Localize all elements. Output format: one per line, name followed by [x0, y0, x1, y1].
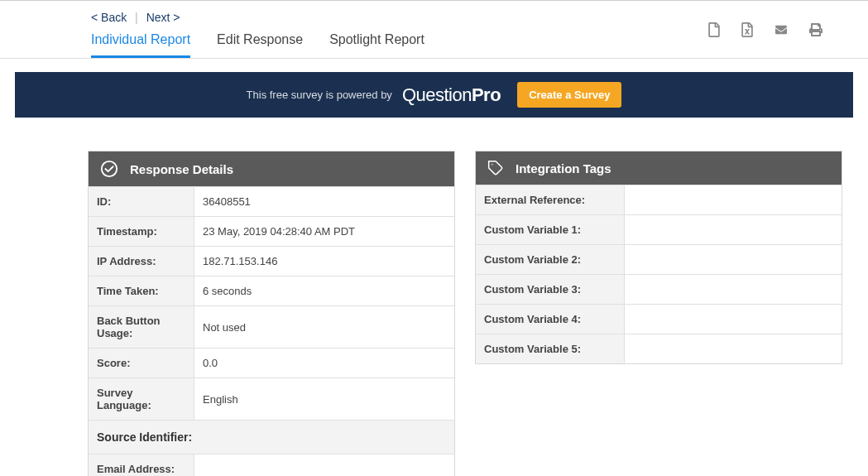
- row-back-button: Back Button Usage: Not used: [89, 305, 454, 348]
- value-custom-var-4: [625, 311, 842, 328]
- integration-tags-title: Integration Tags: [516, 161, 611, 175]
- integration-tags-header: Integration Tags: [476, 151, 842, 185]
- label-language: Survey Language:: [89, 378, 194, 420]
- row-custom-var-4: Custom Variable 4:: [476, 304, 842, 334]
- row-ip: IP Address: 182.71.153.146: [89, 246, 454, 276]
- label-custom-var-1: Custom Variable 1:: [476, 215, 625, 244]
- row-id: ID: 36408551: [89, 186, 454, 216]
- label-time-taken: Time Taken:: [89, 276, 194, 305]
- nav-separator: |: [130, 11, 143, 24]
- back-link[interactable]: < Back: [91, 11, 127, 24]
- label-custom-var-2: Custom Variable 2:: [476, 245, 625, 274]
- tag-icon: [487, 160, 504, 176]
- row-custom-var-2: Custom Variable 2:: [476, 244, 842, 274]
- value-custom-var-1: [625, 222, 842, 238]
- svg-point-0: [102, 161, 117, 176]
- top-left: < Back | Next > Individual Report Edit R…: [91, 1, 424, 58]
- label-email-address: Email Address:: [89, 454, 194, 476]
- email-icon[interactable]: [774, 24, 789, 39]
- label-ip: IP Address:: [89, 247, 194, 276]
- value-id: 36408551: [194, 187, 454, 216]
- brand-logo: QuestionPro: [402, 84, 501, 106]
- tabs: Individual Report Edit Response Spotligh…: [91, 32, 424, 58]
- tab-edit-response[interactable]: Edit Response: [217, 32, 303, 58]
- label-custom-var-4: Custom Variable 4:: [476, 305, 625, 334]
- label-back-button: Back Button Usage:: [89, 306, 194, 348]
- response-details-title: Response Details: [130, 162, 233, 176]
- row-timestamp: Timestamp: 23 May, 2019 04:28:40 AM PDT: [89, 216, 454, 246]
- label-custom-var-3: Custom Variable 3:: [476, 275, 625, 304]
- export-pdf-icon[interactable]: [707, 22, 721, 41]
- row-email-address: Email Address:: [89, 454, 454, 476]
- value-external-reference: [625, 192, 842, 209]
- row-language: Survey Language: English: [89, 377, 454, 420]
- label-timestamp: Timestamp:: [89, 217, 194, 246]
- label-external-reference: External Reference:: [476, 185, 625, 214]
- value-custom-var-3: [625, 281, 842, 298]
- top-bar: < Back | Next > Individual Report Edit R…: [0, 0, 868, 59]
- label-id: ID:: [89, 187, 194, 216]
- powered-by-text: This free survey is powered by: [247, 89, 392, 101]
- row-custom-var-3: Custom Variable 3:: [476, 274, 842, 304]
- value-timestamp: 23 May, 2019 04:28:40 AM PDT: [194, 217, 454, 246]
- value-language: English: [194, 385, 454, 414]
- response-details-header: Response Details: [89, 151, 454, 186]
- value-time-taken: 6 seconds: [194, 276, 454, 305]
- next-link[interactable]: Next >: [146, 11, 180, 24]
- source-identifier-header: Source Identifier:: [89, 420, 454, 454]
- response-details-card: Response Details ID: 36408551 Timestamp:…: [88, 151, 455, 476]
- row-external-reference: External Reference:: [476, 185, 842, 214]
- row-time-taken: Time Taken: 6 seconds: [89, 276, 454, 305]
- brand-bold: Pro: [472, 84, 501, 105]
- value-email-address: [194, 461, 454, 477]
- value-custom-var-5: [625, 341, 842, 358]
- content: Response Details ID: 36408551 Timestamp:…: [88, 151, 853, 476]
- row-custom-var-1: Custom Variable 1:: [476, 214, 842, 244]
- print-icon[interactable]: [808, 23, 823, 40]
- row-custom-var-5: Custom Variable 5:: [476, 334, 842, 363]
- label-custom-var-5: Custom Variable 5:: [476, 334, 625, 363]
- label-score: Score:: [89, 349, 194, 377]
- create-survey-button[interactable]: Create a Survey: [517, 82, 621, 108]
- tab-individual-report[interactable]: Individual Report: [91, 32, 190, 58]
- powered-by-banner: This free survey is powered by QuestionP…: [15, 72, 853, 118]
- value-ip: 182.71.153.146: [194, 247, 454, 276]
- brand-light: Question: [402, 84, 472, 105]
- nav-links: < Back | Next >: [91, 11, 424, 24]
- value-score: 0.0: [194, 349, 454, 377]
- value-custom-var-2: [625, 252, 842, 268]
- tab-spotlight-report[interactable]: Spotlight Report: [329, 32, 424, 58]
- top-actions: [707, 1, 848, 41]
- row-score: Score: 0.0: [89, 348, 454, 377]
- integration-tags-card: Integration Tags External Reference: Cus…: [475, 151, 842, 364]
- check-circle-icon: [100, 160, 118, 178]
- value-back-button: Not used: [194, 313, 454, 342]
- export-excel-icon[interactable]: [741, 22, 754, 41]
